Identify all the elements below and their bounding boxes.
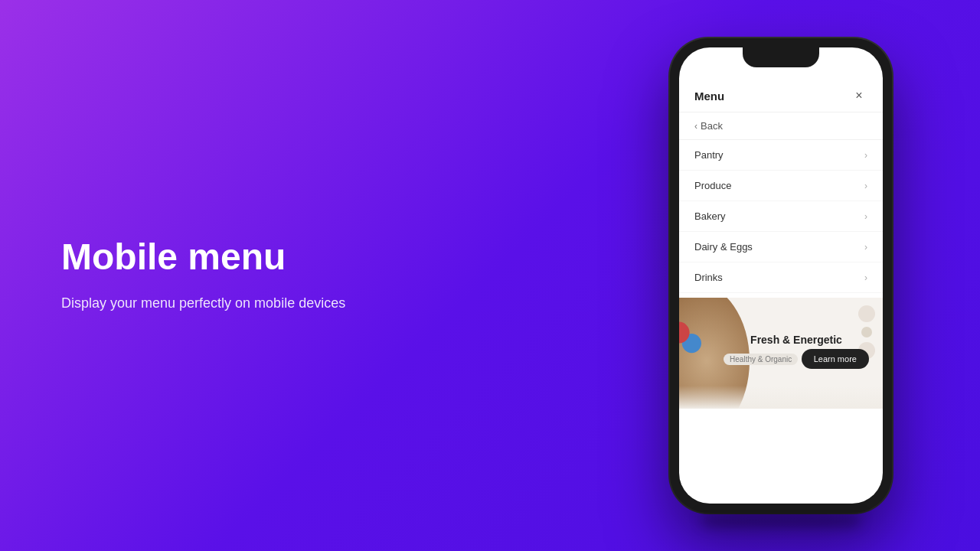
menu-item-produce[interactable]: Produce ›: [679, 171, 883, 201]
menu-item-label: Bakery: [694, 210, 725, 222]
page-subtitle: Display your menu perfectly on mobile de…: [61, 293, 551, 314]
promo-banner: Fresh & Energetic Healthy & Organic Lear…: [679, 298, 883, 409]
menu-title: Menu: [694, 90, 724, 103]
right-panel: Menu × ‹ Back Pantry › Produce ›: [612, 38, 980, 513]
phone-screen: Menu × ‹ Back Pantry › Produce ›: [679, 47, 883, 504]
chevron-right-icon: ›: [864, 272, 867, 283]
menu-item-pantry[interactable]: Pantry ›: [679, 140, 883, 171]
menu-item-label: Pantry: [694, 149, 724, 161]
menu-item-label: Dairy & Eggs: [694, 241, 753, 253]
banner-subtitle: Healthy & Organic: [724, 354, 798, 365]
banner-flour: [679, 386, 883, 409]
close-icon: ×: [855, 89, 862, 103]
menu-item-label: Drinks: [694, 272, 723, 283]
left-panel: Mobile menu Display your menu perfectly …: [0, 237, 612, 314]
back-row[interactable]: ‹ Back: [679, 112, 883, 140]
menu-item-drinks[interactable]: Drinks ›: [679, 262, 883, 293]
chevron-right-icon: ›: [864, 150, 867, 161]
back-label: Back: [701, 120, 723, 132]
banner-content: Fresh & Energetic Healthy & Organic Lear…: [724, 334, 869, 373]
phone-notch: [743, 47, 819, 67]
chevron-right-icon: ›: [864, 242, 867, 253]
learn-more-button[interactable]: Learn more: [802, 349, 869, 369]
screen-content: Menu × ‹ Back Pantry › Produce ›: [679, 47, 883, 504]
phone-mockup: Menu × ‹ Back Pantry › Produce ›: [670, 38, 892, 513]
chevron-right-icon: ›: [864, 211, 867, 222]
page-title: Mobile menu: [61, 237, 551, 278]
close-button[interactable]: ×: [851, 87, 867, 104]
menu-item-bakery[interactable]: Bakery ›: [679, 201, 883, 232]
menu-item-dairy[interactable]: Dairy & Eggs ›: [679, 232, 883, 262]
banner-title: Fresh & Energetic: [724, 334, 869, 346]
menu-header: Menu ×: [679, 77, 883, 112]
spice-circle-1: [858, 305, 875, 322]
menu-item-label: Produce: [694, 180, 731, 191]
chevron-right-icon: ›: [864, 181, 867, 191]
chevron-left-icon: ‹: [694, 121, 697, 132]
